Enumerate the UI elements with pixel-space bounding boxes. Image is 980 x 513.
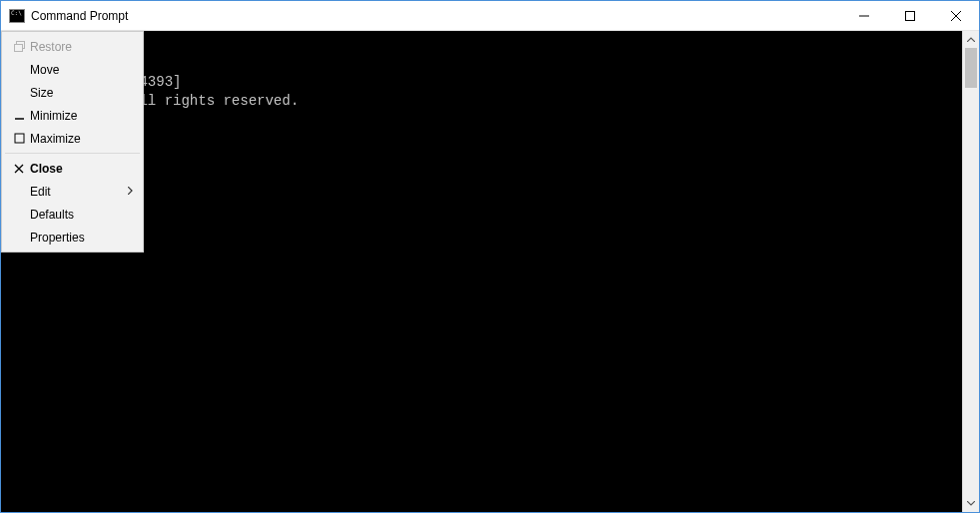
- menu-defaults[interactable]: Defaults: [4, 203, 141, 226]
- minimize-icon: [859, 11, 869, 21]
- scroll-up-button[interactable]: [963, 31, 979, 48]
- client-area: [Version 10.0.14393] Corporation. All ri…: [1, 31, 979, 512]
- minimize-icon: [8, 110, 30, 121]
- submenu-arrow-icon: [128, 186, 133, 197]
- chevron-down-icon: [967, 501, 975, 506]
- menu-properties[interactable]: Properties: [4, 226, 141, 249]
- app-icon[interactable]: [9, 9, 25, 23]
- restore-icon: [8, 41, 30, 52]
- chevron-up-icon: [967, 37, 975, 42]
- minimize-button[interactable]: [841, 1, 887, 30]
- menu-move-label: Move: [30, 63, 119, 77]
- vertical-scrollbar[interactable]: [962, 31, 979, 512]
- menu-defaults-label: Defaults: [30, 208, 119, 222]
- scrollbar-track[interactable]: [963, 48, 979, 495]
- menu-size-label: Size: [30, 86, 119, 100]
- svg-rect-1: [906, 11, 915, 20]
- menu-edit[interactable]: Edit: [4, 180, 141, 203]
- menu-maximize-label: Maximize: [30, 132, 119, 146]
- maximize-icon: [905, 11, 915, 21]
- menu-maximize[interactable]: Maximize: [4, 127, 141, 150]
- svg-rect-7: [15, 134, 24, 143]
- menu-minimize[interactable]: Minimize: [4, 104, 141, 127]
- menu-close-label: Close: [30, 162, 119, 176]
- terminal[interactable]: [Version 10.0.14393] Corporation. All ri…: [1, 31, 962, 512]
- window-controls: [841, 1, 979, 30]
- close-icon: [8, 164, 30, 174]
- maximize-button[interactable]: [887, 1, 933, 30]
- menu-restore: Restore: [4, 35, 141, 58]
- terminal-output: [Version 10.0.14393] Corporation. All ri…: [5, 73, 962, 186]
- menu-properties-label: Properties: [30, 231, 119, 245]
- close-icon: [951, 11, 961, 21]
- menu-move[interactable]: Move: [4, 58, 141, 81]
- scroll-down-button[interactable]: [963, 495, 979, 512]
- scrollbar-thumb[interactable]: [965, 48, 977, 88]
- close-button[interactable]: [933, 1, 979, 30]
- menu-edit-label: Edit: [30, 185, 119, 199]
- menu-size[interactable]: Size: [4, 81, 141, 104]
- window-title: Command Prompt: [31, 9, 128, 23]
- svg-rect-5: [14, 45, 22, 52]
- menu-separator: [5, 153, 140, 154]
- titlebar[interactable]: Command Prompt: [1, 1, 979, 31]
- maximize-icon: [8, 133, 30, 144]
- menu-close[interactable]: Close: [4, 157, 141, 180]
- menu-restore-label: Restore: [30, 40, 119, 54]
- menu-minimize-label: Minimize: [30, 109, 119, 123]
- system-menu: Restore Move Size Minimize Maximize: [1, 31, 144, 253]
